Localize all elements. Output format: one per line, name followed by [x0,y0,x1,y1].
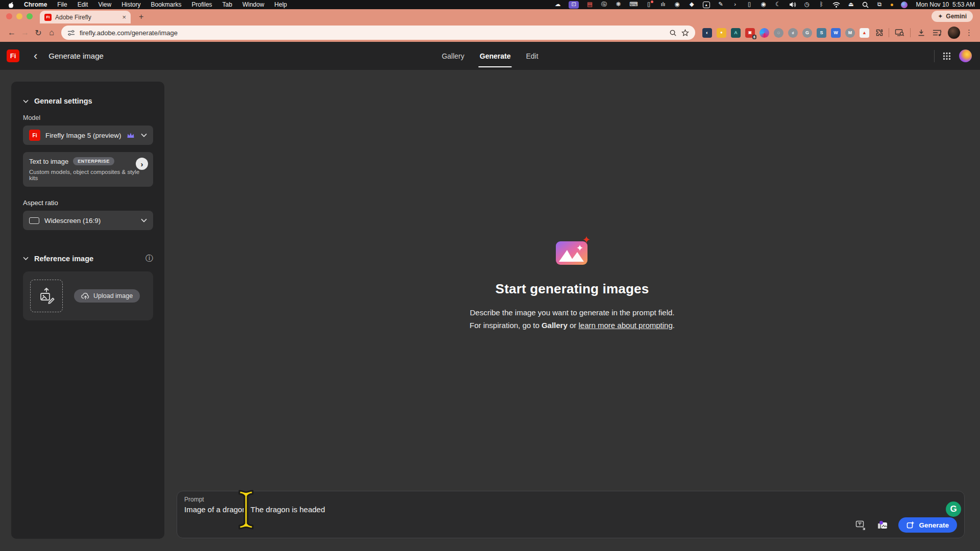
apple-menu-icon[interactable] [8,2,14,8]
menu-view[interactable]: View [93,1,116,8]
devtools-device-icon[interactable] [895,29,904,37]
phone-mirroring-icon[interactable]: ▯ [646,1,652,9]
general-settings-title: General settings [34,97,92,105]
tab-close-button[interactable]: × [122,13,126,21]
grammarly-icon[interactable]: G [946,502,961,517]
eject-icon[interactable]: ⏏ [848,1,854,9]
tab-generate[interactable]: Generate [479,42,512,70]
model-select[interactable]: Fi Firefly Image 5 (preview) [23,126,153,145]
sparkle-app-icon[interactable]: ❋ [615,1,622,9]
capsule-icon[interactable]: ▯ [746,1,753,9]
open-arrow-button[interactable]: › [136,158,148,170]
menu-profiles[interactable]: Profiles [187,1,217,8]
focus-moon-icon[interactable]: ☾ [775,1,781,9]
record-icon[interactable]: ◉ [761,1,767,9]
tab-edit[interactable]: Edit [525,42,539,70]
window-zoom-button[interactable] [27,13,33,19]
menubar-clock[interactable]: Mon Nov 10 5:53 AM [916,1,975,8]
siri-icon[interactable] [901,2,908,8]
shield-icon[interactable]: ◆ [689,1,695,9]
screen-sharing-icon[interactable]: ⊡ [569,1,579,9]
aspect-ratio-select[interactable]: Widescreen (16:9) [23,211,153,230]
general-settings-header[interactable]: General settings [23,97,153,105]
color-rows-icon[interactable]: ▤ [586,1,593,9]
zoom-icon[interactable] [669,29,677,37]
menu-history[interactable]: History [116,1,145,8]
spotlight-search-icon[interactable] [862,1,869,9]
image-upload-icon [37,287,56,305]
site-settings-icon[interactable] [67,29,75,37]
ext-a-icon[interactable]: A [731,28,741,38]
tab-gallery[interactable]: Gallery [440,42,465,70]
audio-levels-icon[interactable]: ılı [660,1,667,9]
keyboard-icon[interactable]: ⌨ [629,1,638,9]
circle-g-icon[interactable]: Ⓖ [601,1,607,9]
text-to-image-title: Text to image [29,158,68,165]
ext-swirl-icon[interactable] [760,28,769,38]
bluetooth-icon[interactable]: ᛒ [818,1,825,9]
reload-button[interactable]: ↻ [32,28,45,38]
wifi-icon[interactable] [832,1,840,9]
ext-w-icon[interactable]: W [831,28,841,38]
menu-edit[interactable]: Edit [72,1,93,8]
cloud-icon[interactable]: ☁ [554,1,561,9]
menubar-status-area: ☁ ⊡ ▤ Ⓖ ❋ ⌨ ▯ ılı ◉ ◆ ▲ ✎ › ▯ ◉ ☾ ◷ ᛒ ⏏ … [554,1,975,9]
text-to-image-card[interactable]: Text to image ENTERPRISE › Custom models… [23,152,153,187]
url-bar[interactable]: firefly.adobe.com/generate/image [61,26,695,40]
text-cursor [236,489,256,531]
reference-thumbnail-icon[interactable] [876,520,888,530]
forward-button: → [18,28,32,37]
ext-dark-moon-icon[interactable]: ◐ [702,28,712,38]
bookmark-star-icon[interactable] [681,29,689,37]
ext-acrobat-icon[interactable]: ▣6 [745,28,755,38]
generate-button[interactable]: Generate [898,517,957,533]
menu-help[interactable]: Help [270,1,292,8]
firefly-logo[interactable]: Fi [7,49,19,62]
menu-window[interactable]: Window [237,1,270,8]
reference-image-header[interactable]: Reference image ⓘ [23,254,153,263]
ext-acrobat-glyph: ▣ [748,31,752,35]
ext-chart-icon[interactable]: ıl [788,28,798,38]
upload-image-label: Upload image [93,292,133,299]
new-tab-button[interactable]: + [139,12,143,21]
upload-image-button[interactable]: Upload image [74,289,140,303]
prompt-input[interactable]: Image of a dragon. The dragon is headed [184,505,957,514]
prompting-link[interactable]: learn more about prompting [579,321,673,330]
downloads-icon[interactable] [917,29,925,37]
ext-lightbulb-icon[interactable]: ● [717,28,726,38]
volume-icon[interactable] [789,1,796,9]
app-back-button[interactable]: ‹ [34,51,37,62]
info-icon[interactable]: ⓘ [145,254,153,263]
media-controls-icon[interactable] [933,29,942,37]
menu-chrome[interactable]: Chrome [19,1,52,8]
ext-g-icon[interactable]: G [802,28,812,38]
image-dropzone[interactable] [30,280,63,312]
upload-box-icon[interactable]: ▲ [703,2,710,8]
chevron-expand-icon[interactable]: › [732,1,739,9]
browser-tab-adobe-firefly[interactable]: Fi Adobe Firefly × [40,11,131,23]
menu-file[interactable]: File [52,1,72,8]
chevron-down-icon [23,99,29,103]
app-launcher-grid-icon[interactable] [943,52,951,60]
time-machine-icon[interactable]: ◷ [804,1,811,9]
back-button[interactable]: ← [5,28,18,37]
text-settings-icon[interactable] [855,520,866,530]
ext-chat-icon[interactable]: ◌ [774,28,783,38]
user-avatar[interactable] [959,49,972,62]
camera-icon[interactable]: ◉ [674,1,681,9]
compose-icon[interactable]: ✎ [718,1,724,9]
extensions-puzzle-icon[interactable] [875,29,884,37]
menu-tab[interactable]: Tab [217,1,237,8]
window-minimize-button[interactable] [16,13,22,19]
chrome-menu-icon[interactable]: ⋮ [965,28,973,37]
home-button[interactable]: ⌂ [45,28,58,37]
gemini-button[interactable]: ✦ Gemini [932,11,973,22]
displays-icon[interactable]: ⧉ [876,1,883,9]
window-close-button[interactable] [6,13,12,19]
ext-m-icon[interactable]: M [845,28,855,38]
chrome-profile-avatar[interactable] [948,27,960,39]
ext-triangle-icon[interactable]: ▲ [860,28,869,38]
prompt-bar[interactable]: Prompt Image of a dragon. The dragon is … [177,491,965,538]
menu-bookmarks[interactable]: Bookmarks [146,1,187,8]
ext-s-icon[interactable]: S [817,28,826,38]
